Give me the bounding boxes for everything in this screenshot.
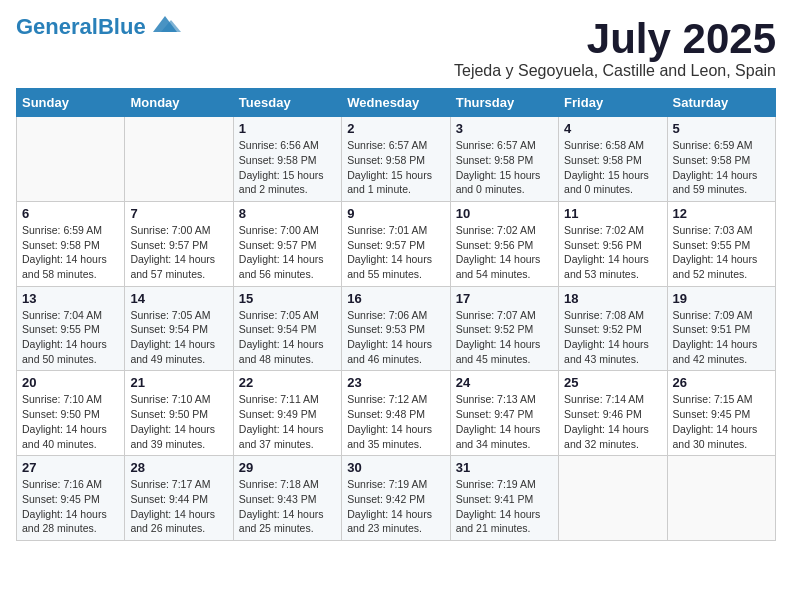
day-number: 2 bbox=[347, 121, 444, 136]
day-info: Sunrise: 7:14 AM Sunset: 9:46 PM Dayligh… bbox=[564, 392, 661, 451]
day-info: Sunrise: 7:02 AM Sunset: 9:56 PM Dayligh… bbox=[456, 223, 553, 282]
day-number: 31 bbox=[456, 460, 553, 475]
calendar-cell: 16Sunrise: 7:06 AM Sunset: 9:53 PM Dayli… bbox=[342, 286, 450, 371]
calendar-cell: 30Sunrise: 7:19 AM Sunset: 9:42 PM Dayli… bbox=[342, 456, 450, 541]
day-info: Sunrise: 6:56 AM Sunset: 9:58 PM Dayligh… bbox=[239, 138, 336, 197]
calendar-cell: 25Sunrise: 7:14 AM Sunset: 9:46 PM Dayli… bbox=[559, 371, 667, 456]
day-number: 16 bbox=[347, 291, 444, 306]
calendar-week-row: 27Sunrise: 7:16 AM Sunset: 9:45 PM Dayli… bbox=[17, 456, 776, 541]
calendar-cell: 19Sunrise: 7:09 AM Sunset: 9:51 PM Dayli… bbox=[667, 286, 775, 371]
day-info: Sunrise: 7:06 AM Sunset: 9:53 PM Dayligh… bbox=[347, 308, 444, 367]
calendar-cell: 29Sunrise: 7:18 AM Sunset: 9:43 PM Dayli… bbox=[233, 456, 341, 541]
day-number: 5 bbox=[673, 121, 770, 136]
day-info: Sunrise: 7:09 AM Sunset: 9:51 PM Dayligh… bbox=[673, 308, 770, 367]
calendar-cell: 8Sunrise: 7:00 AM Sunset: 9:57 PM Daylig… bbox=[233, 201, 341, 286]
logo-general: General bbox=[16, 14, 98, 39]
weekday-header-thursday: Thursday bbox=[450, 89, 558, 117]
day-number: 3 bbox=[456, 121, 553, 136]
day-info: Sunrise: 7:12 AM Sunset: 9:48 PM Dayligh… bbox=[347, 392, 444, 451]
day-number: 1 bbox=[239, 121, 336, 136]
calendar-cell: 4Sunrise: 6:58 AM Sunset: 9:58 PM Daylig… bbox=[559, 117, 667, 202]
day-info: Sunrise: 6:59 AM Sunset: 9:58 PM Dayligh… bbox=[22, 223, 119, 282]
weekday-header-friday: Friday bbox=[559, 89, 667, 117]
day-info: Sunrise: 6:59 AM Sunset: 9:58 PM Dayligh… bbox=[673, 138, 770, 197]
calendar-table: SundayMondayTuesdayWednesdayThursdayFrid… bbox=[16, 88, 776, 541]
calendar-cell bbox=[559, 456, 667, 541]
day-number: 19 bbox=[673, 291, 770, 306]
weekday-header-wednesday: Wednesday bbox=[342, 89, 450, 117]
calendar-cell: 1Sunrise: 6:56 AM Sunset: 9:58 PM Daylig… bbox=[233, 117, 341, 202]
day-number: 15 bbox=[239, 291, 336, 306]
calendar-cell: 24Sunrise: 7:13 AM Sunset: 9:47 PM Dayli… bbox=[450, 371, 558, 456]
day-number: 10 bbox=[456, 206, 553, 221]
day-number: 20 bbox=[22, 375, 119, 390]
weekday-header-tuesday: Tuesday bbox=[233, 89, 341, 117]
day-info: Sunrise: 7:10 AM Sunset: 9:50 PM Dayligh… bbox=[22, 392, 119, 451]
weekday-header-monday: Monday bbox=[125, 89, 233, 117]
day-info: Sunrise: 7:02 AM Sunset: 9:56 PM Dayligh… bbox=[564, 223, 661, 282]
day-info: Sunrise: 7:10 AM Sunset: 9:50 PM Dayligh… bbox=[130, 392, 227, 451]
day-number: 8 bbox=[239, 206, 336, 221]
title-area: July 2025 Tejeda y Segoyuela, Castille a… bbox=[454, 16, 776, 80]
day-info: Sunrise: 6:58 AM Sunset: 9:58 PM Dayligh… bbox=[564, 138, 661, 197]
calendar-cell: 11Sunrise: 7:02 AM Sunset: 9:56 PM Dayli… bbox=[559, 201, 667, 286]
day-info: Sunrise: 6:57 AM Sunset: 9:58 PM Dayligh… bbox=[456, 138, 553, 197]
calendar-cell: 28Sunrise: 7:17 AM Sunset: 9:44 PM Dayli… bbox=[125, 456, 233, 541]
day-info: Sunrise: 7:11 AM Sunset: 9:49 PM Dayligh… bbox=[239, 392, 336, 451]
calendar-week-row: 1Sunrise: 6:56 AM Sunset: 9:58 PM Daylig… bbox=[17, 117, 776, 202]
day-info: Sunrise: 7:05 AM Sunset: 9:54 PM Dayligh… bbox=[130, 308, 227, 367]
calendar-cell: 22Sunrise: 7:11 AM Sunset: 9:49 PM Dayli… bbox=[233, 371, 341, 456]
day-info: Sunrise: 7:19 AM Sunset: 9:41 PM Dayligh… bbox=[456, 477, 553, 536]
day-info: Sunrise: 7:04 AM Sunset: 9:55 PM Dayligh… bbox=[22, 308, 119, 367]
day-number: 29 bbox=[239, 460, 336, 475]
day-info: Sunrise: 7:17 AM Sunset: 9:44 PM Dayligh… bbox=[130, 477, 227, 536]
day-number: 9 bbox=[347, 206, 444, 221]
logo-icon bbox=[149, 14, 181, 36]
calendar-cell: 14Sunrise: 7:05 AM Sunset: 9:54 PM Dayli… bbox=[125, 286, 233, 371]
calendar-cell bbox=[667, 456, 775, 541]
day-number: 4 bbox=[564, 121, 661, 136]
day-number: 12 bbox=[673, 206, 770, 221]
calendar-week-row: 13Sunrise: 7:04 AM Sunset: 9:55 PM Dayli… bbox=[17, 286, 776, 371]
weekday-header-saturday: Saturday bbox=[667, 89, 775, 117]
day-number: 17 bbox=[456, 291, 553, 306]
calendar-cell: 15Sunrise: 7:05 AM Sunset: 9:54 PM Dayli… bbox=[233, 286, 341, 371]
day-info: Sunrise: 7:01 AM Sunset: 9:57 PM Dayligh… bbox=[347, 223, 444, 282]
day-info: Sunrise: 7:19 AM Sunset: 9:42 PM Dayligh… bbox=[347, 477, 444, 536]
month-title: July 2025 bbox=[454, 16, 776, 62]
calendar-cell: 26Sunrise: 7:15 AM Sunset: 9:45 PM Dayli… bbox=[667, 371, 775, 456]
calendar-cell: 3Sunrise: 6:57 AM Sunset: 9:58 PM Daylig… bbox=[450, 117, 558, 202]
day-info: Sunrise: 7:05 AM Sunset: 9:54 PM Dayligh… bbox=[239, 308, 336, 367]
day-number: 13 bbox=[22, 291, 119, 306]
day-number: 7 bbox=[130, 206, 227, 221]
day-info: Sunrise: 7:00 AM Sunset: 9:57 PM Dayligh… bbox=[130, 223, 227, 282]
day-number: 26 bbox=[673, 375, 770, 390]
logo-text: GeneralBlue bbox=[16, 16, 146, 38]
day-info: Sunrise: 7:13 AM Sunset: 9:47 PM Dayligh… bbox=[456, 392, 553, 451]
calendar-cell: 21Sunrise: 7:10 AM Sunset: 9:50 PM Dayli… bbox=[125, 371, 233, 456]
day-number: 14 bbox=[130, 291, 227, 306]
day-info: Sunrise: 7:18 AM Sunset: 9:43 PM Dayligh… bbox=[239, 477, 336, 536]
day-number: 25 bbox=[564, 375, 661, 390]
calendar-cell: 6Sunrise: 6:59 AM Sunset: 9:58 PM Daylig… bbox=[17, 201, 125, 286]
calendar-cell bbox=[125, 117, 233, 202]
logo-blue: Blue bbox=[98, 14, 146, 39]
calendar-cell: 2Sunrise: 6:57 AM Sunset: 9:58 PM Daylig… bbox=[342, 117, 450, 202]
page-header: GeneralBlue July 2025 Tejeda y Segoyuela… bbox=[16, 16, 776, 80]
day-number: 6 bbox=[22, 206, 119, 221]
calendar-cell: 27Sunrise: 7:16 AM Sunset: 9:45 PM Dayli… bbox=[17, 456, 125, 541]
day-number: 22 bbox=[239, 375, 336, 390]
day-number: 21 bbox=[130, 375, 227, 390]
calendar-week-row: 6Sunrise: 6:59 AM Sunset: 9:58 PM Daylig… bbox=[17, 201, 776, 286]
calendar-cell: 18Sunrise: 7:08 AM Sunset: 9:52 PM Dayli… bbox=[559, 286, 667, 371]
day-number: 11 bbox=[564, 206, 661, 221]
logo: GeneralBlue bbox=[16, 16, 181, 38]
calendar-cell: 5Sunrise: 6:59 AM Sunset: 9:58 PM Daylig… bbox=[667, 117, 775, 202]
day-info: Sunrise: 7:03 AM Sunset: 9:55 PM Dayligh… bbox=[673, 223, 770, 282]
calendar-cell bbox=[17, 117, 125, 202]
calendar-cell: 13Sunrise: 7:04 AM Sunset: 9:55 PM Dayli… bbox=[17, 286, 125, 371]
day-number: 23 bbox=[347, 375, 444, 390]
weekday-header-row: SundayMondayTuesdayWednesdayThursdayFrid… bbox=[17, 89, 776, 117]
day-number: 30 bbox=[347, 460, 444, 475]
calendar-cell: 7Sunrise: 7:00 AM Sunset: 9:57 PM Daylig… bbox=[125, 201, 233, 286]
